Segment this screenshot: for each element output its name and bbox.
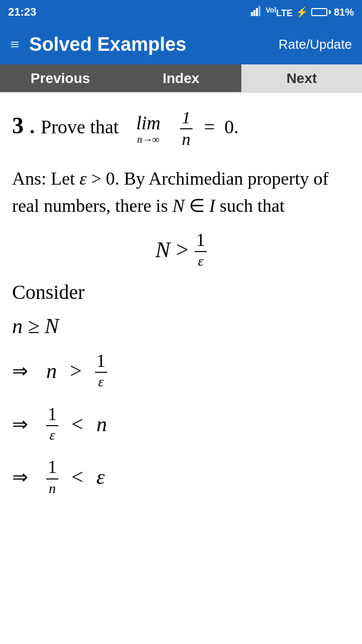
- svg-rect-3: [258, 6, 260, 16]
- step-n-geq-N: n ≥ N: [12, 314, 350, 338]
- rate-update-button[interactable]: Rate/Update: [279, 37, 352, 52]
- status-bar: 21:23 VolLTE ⚡ 81%: [0, 0, 362, 24]
- app-bar: ≡ Solved Examples Rate/Update: [0, 24, 362, 64]
- battery-icon: [311, 8, 331, 16]
- fraction-1-over-n: 1 n: [180, 108, 193, 150]
- hamburger-menu-icon[interactable]: ≡: [10, 35, 19, 54]
- consider-label: Consider: [12, 280, 350, 304]
- app-title: Solved Examples: [29, 34, 279, 55]
- time-display: 21:23: [8, 6, 36, 19]
- problem-number: 3: [12, 112, 24, 139]
- step-implies-n-gt-1-over-epsilon: ⇒ n > 1 ε: [12, 350, 350, 391]
- signal-icon: [251, 6, 263, 19]
- battery-percentage: 81%: [334, 7, 354, 18]
- bolt-icon: ⚡: [296, 6, 308, 18]
- problem-dot: .: [30, 115, 35, 138]
- fraction-1-over-epsilon: 1 ε: [195, 229, 207, 271]
- implies-symbol-1: ⇒: [12, 360, 28, 382]
- inequality-n-gt-1-over-epsilon: N > 1 ε: [12, 229, 350, 271]
- step-implies-1-over-n-lt-eps: ⇒ 1 n < ε: [12, 456, 350, 498]
- problem-statement: 3 . Prove that lim n→∞ 1 n = 0.: [12, 108, 350, 150]
- navigation-bar: Previous Index Next: [0, 64, 362, 93]
- ans-label: Ans:: [12, 169, 46, 189]
- content-area: 3 . Prove that lim n→∞ 1 n = 0. Ans: Let…: [0, 93, 362, 530]
- lte-label: VolLTE: [266, 6, 293, 19]
- implies-symbol-3: ⇒: [12, 466, 28, 488]
- fraction-1-over-eps-3: 1 ε: [46, 404, 58, 445]
- svg-rect-0: [251, 12, 253, 16]
- svg-rect-1: [253, 10, 255, 16]
- status-icons: VolLTE ⚡ 81%: [251, 6, 354, 19]
- answer-intro: Ans: Let ε > 0. By Archimedian property …: [12, 165, 350, 219]
- problem-text: Prove that lim n→∞ 1 n = 0.: [41, 108, 239, 150]
- next-button[interactable]: Next: [241, 64, 362, 92]
- ans-text: Let ε > 0. By Archimedian property of re…: [12, 169, 328, 216]
- previous-button[interactable]: Previous: [0, 64, 121, 92]
- index-button[interactable]: Index: [121, 64, 241, 92]
- fraction-1-over-n-2: 1 n: [46, 456, 58, 498]
- fraction-1-over-eps-2: 1 ε: [95, 350, 107, 391]
- step-implies-1-over-eps-lt-n: ⇒ 1 ε < n: [12, 404, 350, 445]
- implies-symbol-2: ⇒: [12, 413, 28, 435]
- limit-notation: lim n→∞: [136, 112, 161, 145]
- svg-rect-2: [256, 8, 258, 16]
